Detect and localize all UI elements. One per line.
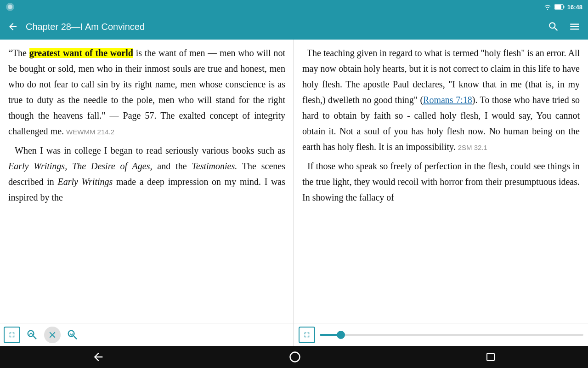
back-button[interactable] bbox=[7, 21, 18, 32]
italic-testimonies: Testimonies. bbox=[192, 161, 237, 171]
search-button[interactable] bbox=[548, 21, 560, 33]
prev-search-button[interactable] bbox=[23, 326, 41, 344]
expand-right-button[interactable] bbox=[299, 327, 315, 343]
nav-recent-button[interactable] bbox=[485, 351, 496, 362]
detected-it: It bbox=[379, 142, 384, 152]
nav-back-button[interactable] bbox=[92, 351, 105, 363]
slider-track[interactable] bbox=[320, 334, 583, 336]
svg-rect-6 bbox=[487, 353, 494, 361]
right-paragraph-2: If those who speak so freely of perfecti… bbox=[302, 158, 580, 205]
italic-early-writings-2: Early Writings bbox=[57, 177, 113, 187]
reading-slider-container[interactable] bbox=[320, 334, 583, 336]
menu-button[interactable] bbox=[569, 21, 581, 33]
nav-bar bbox=[0, 346, 588, 368]
expand-icon-left bbox=[8, 331, 16, 339]
left-paragraph-2: When I was in college I began to read se… bbox=[8, 143, 285, 205]
svg-rect-4 bbox=[563, 6, 564, 8]
close-icon bbox=[47, 330, 57, 340]
chapter-title: Chapter 28—I Am Convinced bbox=[26, 22, 540, 32]
italic-early-writings-1: Early Writings, bbox=[8, 161, 67, 171]
text-after-highlight: is the want of men — men who will not be… bbox=[8, 48, 285, 136]
scripture-link[interactable]: Romans 7:18 bbox=[423, 95, 472, 105]
prev-search-icon bbox=[26, 328, 39, 341]
nav-recent-icon bbox=[485, 351, 496, 362]
status-bar: 16:48 bbox=[0, 0, 588, 14]
next-search-icon bbox=[66, 328, 79, 341]
menu-icon bbox=[569, 21, 581, 33]
app-icon bbox=[6, 2, 15, 12]
left-panel[interactable]: “The greatest want of the world is the w… bbox=[0, 40, 294, 323]
content-area: “The greatest want of the world is the w… bbox=[0, 40, 588, 323]
right-toolbar bbox=[294, 323, 588, 346]
svg-point-5 bbox=[290, 352, 300, 362]
search-icon bbox=[548, 21, 560, 33]
expand-icon-right bbox=[303, 331, 311, 339]
bottom-toolbar bbox=[0, 323, 588, 346]
status-right: 16:48 bbox=[543, 4, 582, 11]
svg-rect-3 bbox=[555, 5, 561, 9]
text-before-highlight: “The bbox=[8, 48, 29, 58]
nav-home-icon bbox=[288, 351, 301, 363]
reference-2: 2SM 32.1 bbox=[458, 144, 487, 151]
reference-1: WEWMM 214.2 bbox=[66, 128, 114, 136]
svg-point-1 bbox=[8, 5, 12, 9]
nav-home-button[interactable] bbox=[288, 351, 301, 363]
nav-back-icon bbox=[92, 351, 105, 363]
next-search-button[interactable] bbox=[63, 326, 82, 344]
highlighted-text: greatest want of the world bbox=[29, 48, 133, 58]
left-paragraph-1: “The greatest want of the world is the w… bbox=[8, 45, 285, 139]
status-left bbox=[6, 2, 15, 12]
close-search-button[interactable] bbox=[44, 327, 61, 343]
left-toolbar bbox=[0, 323, 294, 346]
right-paragraph-1: The teaching given in regard to what is … bbox=[302, 45, 580, 155]
app-bar-icons bbox=[548, 21, 581, 33]
right-panel[interactable]: The teaching given in regard to what is … bbox=[294, 40, 588, 323]
expand-left-button[interactable] bbox=[4, 327, 20, 343]
italic-desire-of-ages: The Desire of Ages, bbox=[72, 161, 152, 171]
slider-thumb[interactable] bbox=[337, 331, 345, 339]
app-bar: Chapter 28—I Am Convinced bbox=[0, 14, 588, 40]
wifi-icon bbox=[543, 4, 552, 10]
battery-icon bbox=[554, 4, 565, 10]
status-time: 16:48 bbox=[567, 4, 582, 11]
